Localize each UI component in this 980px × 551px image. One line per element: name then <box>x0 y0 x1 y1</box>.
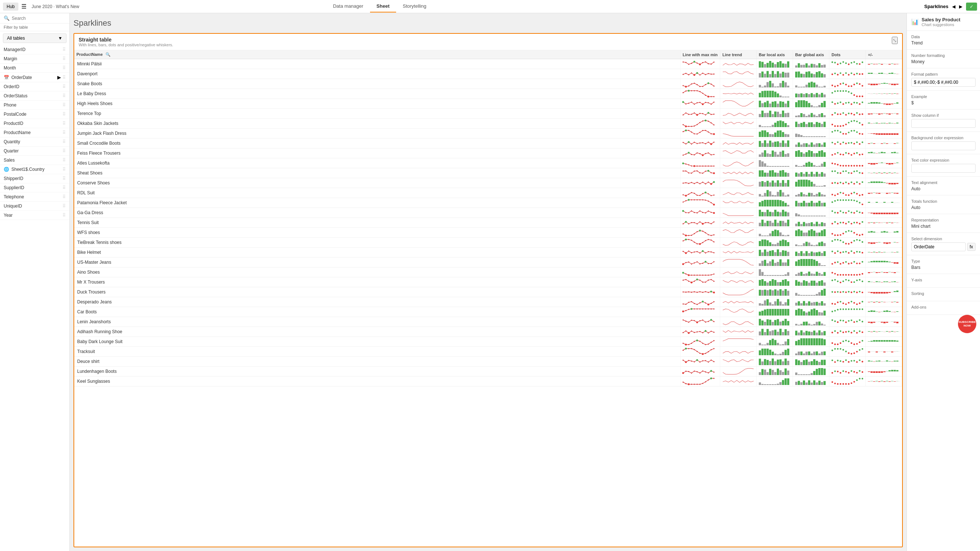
svg-rect-1288 <box>800 259 802 266</box>
sidebar-item-orderdate[interactable]: 📅 OrderDate ▶ ⠿ <box>0 73 70 82</box>
sidebar-item-telephone[interactable]: Telephone ⠿ <box>0 192 70 202</box>
sidebar-item-phone[interactable]: Phone ⠿ <box>0 101 70 110</box>
nav-next-button[interactable]: ▶ <box>959 4 963 9</box>
table-filter-dropdown[interactable]: All tables ▼ <box>3 33 67 43</box>
svg-point-1176 <box>843 241 844 243</box>
svg-rect-370 <box>878 113 880 114</box>
confirm-button[interactable]: ✓ <box>966 3 977 11</box>
svg-rect-1722 <box>777 332 779 335</box>
svg-rect-333 <box>769 111 771 117</box>
svg-rect-968 <box>782 210 784 216</box>
sidebar-item-supplierid[interactable]: SupplierID ⠿ <box>0 183 70 192</box>
svg-rect-1944 <box>876 361 878 362</box>
tab-data-manager[interactable]: Data manager <box>326 0 370 13</box>
svg-point-194 <box>696 90 697 91</box>
svg-rect-36 <box>821 65 823 68</box>
sidebar-item-postalcode[interactable]: PostalCode ⠿ <box>0 110 70 119</box>
svg-rect-226 <box>824 94 826 97</box>
nav-prev-button[interactable]: ◀ <box>952 4 955 9</box>
show-column-if-input[interactable] <box>911 119 975 128</box>
table-row: Jumpin Jack Flash Dress <box>74 129 902 138</box>
search-input[interactable] <box>12 16 66 21</box>
text-color-input[interactable] <box>911 164 975 173</box>
sidebar-item-productid[interactable]: ProductID ⠿ <box>0 119 70 128</box>
example-section: Example $ <box>907 91 980 110</box>
sidebar-item-quantity[interactable]: Quantity ⠿ <box>0 137 70 146</box>
svg-point-1147 <box>685 238 687 240</box>
select-dimension-input[interactable] <box>911 243 966 251</box>
svg-point-1461 <box>713 292 715 294</box>
svg-point-803 <box>856 181 858 183</box>
bg-color-input[interactable] <box>911 141 975 150</box>
sidebar-item-orderid[interactable]: OrderID ⠿ <box>0 82 70 92</box>
svg-rect-971 <box>795 213 797 216</box>
tab-storytelling[interactable]: Storytelling <box>396 0 433 13</box>
line-trend-cell <box>720 257 757 267</box>
sidebar-item-year[interactable]: Year ⠿ <box>0 211 70 220</box>
svg-point-1056 <box>859 223 860 224</box>
svg-rect-2045 <box>803 381 805 385</box>
sidebar-item-month[interactable]: Month ⠿ <box>0 64 70 73</box>
svg-point-237 <box>859 95 860 97</box>
chart-expand-button[interactable]: ⤡ <box>892 37 898 44</box>
svg-rect-1666 <box>800 324 802 326</box>
svg-point-2056 <box>837 383 838 384</box>
svg-rect-906 <box>784 203 787 206</box>
expand-icon[interactable]: ▶ <box>57 75 61 80</box>
type-value: Bars <box>911 265 975 270</box>
svg-rect-959 <box>759 210 761 216</box>
svg-point-983 <box>832 211 833 212</box>
svg-rect-431 <box>873 123 875 124</box>
sidebar-item-quarter[interactable]: Quarter ⠿ <box>0 146 70 156</box>
svg-rect-163 <box>824 86 826 87</box>
svg-rect-1818 <box>876 340 878 341</box>
svg-point-298 <box>853 102 855 103</box>
sidebar-item-country[interactable]: 🌐 Sheet1$.Country ⠿ <box>0 165 70 174</box>
svg-rect-1848 <box>777 354 779 355</box>
svg-rect-1403 <box>767 283 769 286</box>
svg-point-1454 <box>696 292 697 293</box>
svg-rect-1989 <box>821 368 823 375</box>
svg-rect-455 <box>759 132 761 137</box>
svg-rect-2041 <box>787 378 789 385</box>
svg-point-44 <box>848 64 850 65</box>
sidebar-item-productname[interactable]: ProductName ⠿ <box>0 128 70 137</box>
svg-point-1832 <box>696 351 697 352</box>
sidebar-item-margin[interactable]: Margin ⠿ <box>0 54 70 64</box>
table-scroll-container[interactable]: ProductName 🔍 Line with max min Line tre… <box>74 50 902 546</box>
svg-rect-275 <box>782 102 784 107</box>
svg-rect-1405 <box>772 279 774 286</box>
svg-rect-1656 <box>769 319 771 326</box>
plusminus-cell <box>866 257 902 267</box>
svg-rect-1918 <box>800 362 802 365</box>
svg-point-134 <box>705 84 706 85</box>
sidebar-item-sales[interactable]: Sales ⠿ <box>0 156 70 165</box>
format-pattern-input[interactable] <box>911 78 975 87</box>
menu-icon[interactable]: ☰ <box>21 3 27 10</box>
svg-rect-1528 <box>764 300 766 306</box>
sidebar-item-shipperid[interactable]: ShipperID ⠿ <box>0 174 70 183</box>
hub-button[interactable]: Hub <box>3 3 18 11</box>
svg-rect-1423 <box>824 283 826 286</box>
bar-local-cell <box>757 158 793 168</box>
svg-rect-979 <box>816 216 818 216</box>
svg-rect-1884 <box>883 351 886 352</box>
subscribe-badge[interactable]: SUBSCRIBENOW <box>958 315 976 333</box>
tab-sheet[interactable]: Sheet <box>370 0 396 13</box>
svg-rect-1311 <box>868 262 870 262</box>
svg-point-385 <box>702 121 703 122</box>
search-column-icon[interactable]: 🔍 <box>105 52 111 57</box>
sidebar-item-uniqueid[interactable]: UniqueID ⠿ <box>0 202 70 211</box>
svg-point-888 <box>699 199 700 200</box>
bar-global-cell <box>793 257 829 267</box>
svg-point-11 <box>713 61 714 62</box>
sidebar-item-orderstatus[interactable]: OrderStatus ⠿ <box>0 92 70 101</box>
svg-point-1746 <box>851 332 852 333</box>
svg-point-1954 <box>685 371 686 372</box>
table-row: RDL Suit <box>74 188 902 198</box>
svg-rect-499 <box>886 133 888 135</box>
svg-rect-306 <box>876 102 878 103</box>
sidebar-item-managerid[interactable]: ManagerID ⠿ <box>0 45 70 54</box>
dimension-fx-button[interactable]: fx <box>967 243 975 251</box>
product-name-cell: Minnki Pälsii <box>74 59 680 69</box>
